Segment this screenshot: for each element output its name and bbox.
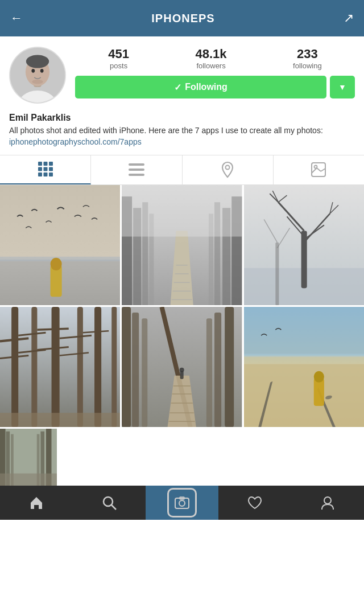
nav-profile[interactable]	[291, 486, 364, 520]
tab-list[interactable]	[91, 155, 182, 184]
following-label: following	[293, 61, 322, 70]
svg-line-26	[321, 169, 325, 171]
svg-rect-47	[122, 185, 242, 237]
photo-cell-3[interactable]	[244, 185, 364, 305]
nav-home[interactable]	[0, 486, 73, 520]
svg-rect-79	[0, 413, 120, 427]
svg-point-21	[226, 166, 230, 170]
tab-location[interactable]	[183, 155, 274, 184]
tagged-icon	[311, 162, 326, 177]
photo-cell-4[interactable]	[0, 307, 120, 427]
avatar	[9, 47, 66, 104]
camera-icon	[174, 495, 190, 511]
stat-posts[interactable]: 451 posts	[108, 47, 129, 70]
app-header: ← IPHONEPS ↗	[0, 0, 364, 36]
bio-link[interactable]: iphonephotographyschool.com/7apps	[9, 137, 142, 146]
svg-rect-20	[129, 174, 144, 176]
svg-point-116	[179, 500, 185, 506]
svg-point-6	[31, 69, 35, 73]
stats-row: 451 posts 48.1k followers 233 following	[75, 47, 355, 70]
followers-label: followers	[196, 61, 225, 70]
bottom-nav	[0, 486, 364, 520]
svg-point-31	[51, 257, 62, 270]
svg-rect-83	[142, 318, 148, 427]
svg-rect-13	[43, 167, 47, 171]
stats-and-buttons: 451 posts 48.1k followers 233 following …	[75, 47, 355, 98]
grid-icon	[38, 161, 53, 177]
dropdown-arrow-icon: ▼	[338, 83, 346, 92]
camera-button[interactable]	[167, 488, 197, 518]
svg-point-118	[324, 497, 331, 504]
svg-rect-14	[49, 167, 53, 171]
svg-point-8	[32, 80, 43, 84]
svg-rect-10	[43, 162, 47, 166]
check-icon: ✓	[174, 82, 181, 93]
svg-rect-98	[244, 354, 364, 356]
svg-rect-64	[11, 307, 18, 427]
svg-rect-60	[275, 242, 279, 305]
photo-cell-1[interactable]	[0, 185, 120, 305]
photo-cell-5[interactable]	[122, 307, 242, 427]
svg-line-114	[111, 505, 116, 510]
svg-rect-12	[38, 167, 42, 171]
tab-grid[interactable]	[0, 155, 91, 184]
svg-point-113	[104, 497, 113, 506]
stat-following[interactable]: 233 following	[293, 47, 322, 70]
svg-line-74	[37, 328, 68, 330]
bio-description: All photos shot and edited with iPhone. …	[9, 125, 355, 137]
svg-point-7	[40, 69, 44, 73]
follow-label: Following	[185, 82, 228, 92]
share-button[interactable]: ↗	[344, 11, 354, 26]
tab-tagged[interactable]	[274, 155, 364, 184]
svg-rect-97	[244, 307, 364, 356]
svg-rect-102	[313, 379, 324, 406]
photo-cell-2[interactable]	[122, 185, 242, 305]
header-title: IPHONEPS	[151, 12, 214, 25]
search-icon	[101, 495, 117, 511]
nav-search[interactable]	[73, 486, 146, 520]
svg-rect-112	[0, 474, 57, 486]
photo-cell-7[interactable]	[0, 429, 57, 486]
posts-label: posts	[110, 61, 127, 70]
svg-line-25	[317, 168, 321, 171]
svg-point-5	[26, 55, 49, 68]
svg-rect-67	[77, 307, 83, 427]
svg-point-103	[313, 371, 324, 383]
follow-dropdown-button[interactable]: ▼	[330, 76, 355, 98]
svg-rect-94	[180, 371, 184, 379]
tabs-row	[0, 155, 364, 185]
svg-rect-69	[111, 307, 117, 427]
svg-rect-19	[129, 169, 144, 171]
profile-name: Emil Pakarklis	[9, 113, 355, 123]
home-icon	[28, 495, 44, 511]
stat-followers[interactable]: 48.1k followers	[196, 47, 227, 70]
svg-line-24	[312, 168, 317, 173]
bio-section: Emil Pakarklis All photos shot and edite…	[0, 110, 364, 155]
location-icon	[220, 161, 235, 178]
following-count: 233	[297, 47, 318, 61]
svg-rect-86	[206, 318, 212, 427]
svg-rect-85	[214, 313, 221, 427]
svg-rect-18	[129, 163, 144, 166]
photo-grid	[0, 185, 364, 486]
profile-icon	[320, 495, 336, 511]
avatar-container	[9, 47, 66, 104]
svg-point-95	[180, 368, 184, 372]
follow-button[interactable]: ✓ Following	[75, 76, 326, 98]
back-button[interactable]: ←	[10, 11, 23, 26]
nav-camera[interactable]	[146, 486, 218, 520]
posts-count: 451	[108, 47, 129, 61]
heart-icon	[247, 495, 263, 511]
svg-rect-66	[52, 307, 60, 427]
buttons-row: ✓ Following ▼	[75, 76, 355, 98]
svg-rect-68	[94, 307, 101, 427]
svg-rect-84	[225, 307, 234, 427]
nav-heart[interactable]	[218, 486, 291, 520]
svg-rect-17	[49, 173, 53, 176]
svg-rect-11	[49, 162, 53, 166]
svg-rect-9	[38, 162, 42, 166]
svg-rect-82	[132, 313, 139, 427]
photo-cell-6[interactable]	[244, 307, 364, 427]
svg-rect-81	[122, 307, 131, 427]
svg-rect-65	[31, 307, 37, 427]
